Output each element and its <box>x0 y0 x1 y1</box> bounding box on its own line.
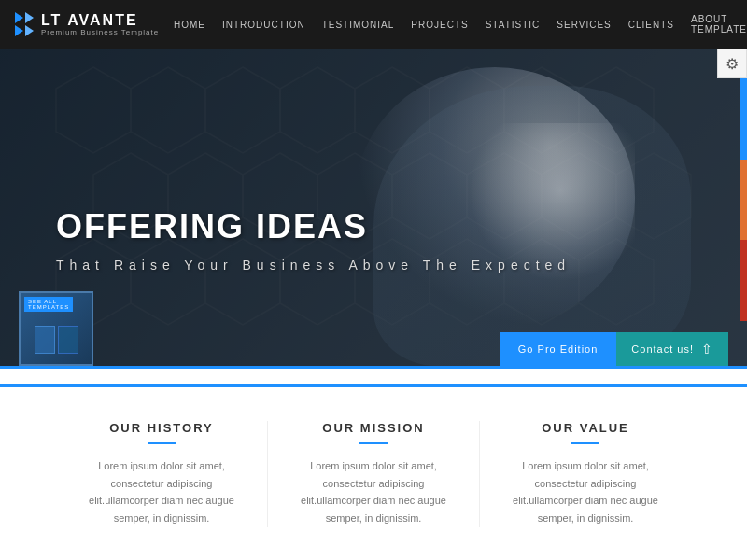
logo-subtitle: Premium Business Template <box>41 28 159 36</box>
logo-title: LT AVANTE <box>41 12 159 29</box>
nav-testimonial[interactable]: TESTIMONIAL <box>322 20 395 30</box>
section-text-0: Lorem ipsum dolor sit amet, consectetur … <box>75 457 248 527</box>
section-heading-2: OUR VALUE <box>499 421 672 435</box>
nav-about-template[interactable]: ABOUT TEMPLATE <box>691 14 747 35</box>
nav-introduction[interactable]: INTRODUCTION <box>222 20 305 30</box>
section-text-1: Lorem ipsum dolor sit amet, consectetur … <box>287 457 460 527</box>
hero-cta: Go Pro Edition Contact us! ⇧ <box>500 332 728 366</box>
hero-content: OFFERING IDEAS That Raise Your Business … <box>56 207 571 273</box>
section-heading-0: OUR HISTORY <box>75 421 248 435</box>
section-divider-1 <box>359 442 388 444</box>
section-divider-0 <box>148 442 176 444</box>
contact-button[interactable]: Contact us! ⇧ <box>616 332 728 366</box>
nav-projects[interactable]: PROJECTS <box>411 20 468 30</box>
hero-subtitle: That Raise Your Business Above The Expec… <box>56 258 571 273</box>
navbar: LT AVANTE Premium Business Template HOME… <box>0 0 747 49</box>
right-color-strip <box>740 78 747 321</box>
nav-services[interactable]: SERVICES <box>557 20 611 30</box>
template-thumbnail[interactable]: SEE ALLTEMPLATES <box>19 291 93 366</box>
logo-text: LT AVANTE Premium Business Template <box>41 12 159 37</box>
section-col-2: OUR VALUELorem ipsum dolor sit amet, con… <box>480 421 691 527</box>
strip-orange <box>740 160 747 241</box>
hero-title: OFFERING IDEAS <box>56 207 571 246</box>
section-divider-2 <box>571 442 599 444</box>
nav-home[interactable]: HOME <box>174 20 205 30</box>
nav-statistic[interactable]: STATISTIC <box>486 20 541 30</box>
sections-container: OUR HISTORYLorem ipsum dolor sit amet, c… <box>0 366 747 546</box>
strip-red <box>740 240 747 321</box>
contact-label: Contact us! <box>631 343 694 355</box>
go-pro-button[interactable]: Go Pro Edition <box>500 332 617 366</box>
chevron-icon <box>15 12 23 23</box>
caret-icon: ⇧ <box>701 342 713 357</box>
chevron-icon <box>25 12 34 23</box>
section-heading-1: OUR MISSION <box>287 421 460 435</box>
sections-area: OUR HISTORYLorem ipsum dolor sit amet, c… <box>0 384 747 546</box>
thumb-badge: SEE ALLTEMPLATES <box>24 297 73 312</box>
strip-blue <box>740 78 747 160</box>
section-col-1: OUR MISSIONLorem ipsum dolor sit amet, c… <box>268 421 480 527</box>
chevron-icon <box>25 25 34 36</box>
logo: LT AVANTE Premium Business Template <box>15 12 174 37</box>
nav-links: HOME INTRODUCTION TESTIMONIAL PROJECTS S… <box>174 14 747 35</box>
chevron-icon <box>15 25 23 36</box>
section-col-0: OUR HISTORYLorem ipsum dolor sit amet, c… <box>56 421 268 527</box>
logo-chevrons <box>15 12 34 36</box>
hero-section: OFFERING IDEAS That Raise Your Business … <box>0 49 747 366</box>
settings-gear-button[interactable]: ⚙ <box>717 49 747 78</box>
thumb-preview <box>35 326 78 354</box>
nav-clients[interactable]: CLIENTS <box>628 20 674 30</box>
section-text-2: Lorem ipsum dolor sit amet, consectetur … <box>499 457 672 527</box>
